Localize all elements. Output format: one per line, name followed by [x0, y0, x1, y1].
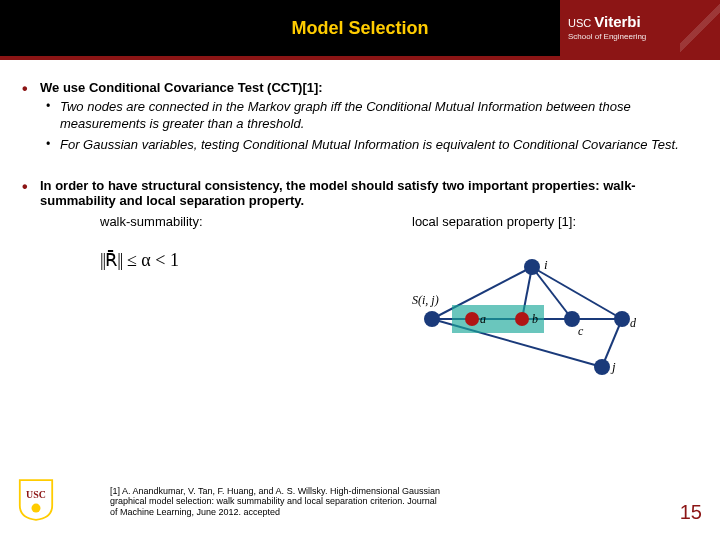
col-walk-summability: walk-summability: ||R̄|| ≤ α < 1	[40, 214, 362, 382]
local-separation-label: local separation property [1]:	[382, 214, 704, 229]
sub-bullet-gaussian: For Gaussian variables, testing Conditio…	[40, 137, 704, 154]
page-number: 15	[680, 501, 702, 524]
svg-point-15	[614, 311, 630, 327]
svg-text:b: b	[532, 312, 538, 326]
slide-body: We use Conditional Covariance Test (CCT)…	[0, 56, 720, 382]
set-label: S(i, j)	[412, 293, 439, 307]
bullet-cct-text: We use	[40, 80, 89, 95]
separation-diagram: i S(i, j) a b c d j	[402, 249, 704, 382]
svg-text:j: j	[610, 359, 616, 374]
bullet-consistency: In order to have structural consistency,…	[16, 178, 704, 382]
svg-point-11	[424, 311, 440, 327]
svg-text:c: c	[578, 324, 584, 338]
slide-header: Model Selection USC Viterbi School of En…	[0, 0, 720, 56]
logo-viterbi-text: Viterbi	[594, 13, 640, 30]
col-local-separation: local separation property [1]:	[382, 214, 704, 382]
svg-text:d: d	[630, 316, 637, 330]
bullet-cct: We use Conditional Covariance Test (CCT)…	[16, 80, 704, 154]
formula-ineq: ≤ α < 1	[122, 250, 178, 270]
logo-subtitle: School of Engineering	[568, 33, 720, 42]
bullet-consistency-text: In order to have structural consistency,…	[40, 178, 636, 208]
sub-bullet-markov: Two nodes are connected in the Markov gr…	[40, 99, 704, 133]
reference-citation: [1] A. Anandkumar, V. Tan, F. Huang, and…	[110, 486, 440, 518]
svg-text:USC: USC	[26, 489, 46, 500]
svg-point-13	[515, 312, 529, 326]
slide-title: Model Selection	[291, 18, 428, 39]
usc-shield-icon: USC	[18, 478, 54, 522]
node-i-label: i	[544, 257, 548, 272]
svg-line-3	[532, 267, 622, 319]
walk-summability-label: walk-summability:	[40, 214, 362, 229]
bullet-cct-strong: Conditional Covariance Test (CCT)[1]:	[89, 80, 323, 95]
svg-point-12	[465, 312, 479, 326]
usc-viterbi-logo: USC Viterbi School of Engineering	[560, 0, 720, 56]
svg-text:a: a	[480, 312, 486, 326]
svg-point-16	[594, 359, 610, 375]
walk-summability-formula: ||R̄|| ≤ α < 1	[40, 249, 362, 271]
logo-usc-text: USC	[568, 17, 591, 29]
svg-point-10	[524, 259, 540, 275]
formula-norm: ||R̄||	[100, 250, 122, 270]
svg-point-23	[32, 504, 41, 513]
